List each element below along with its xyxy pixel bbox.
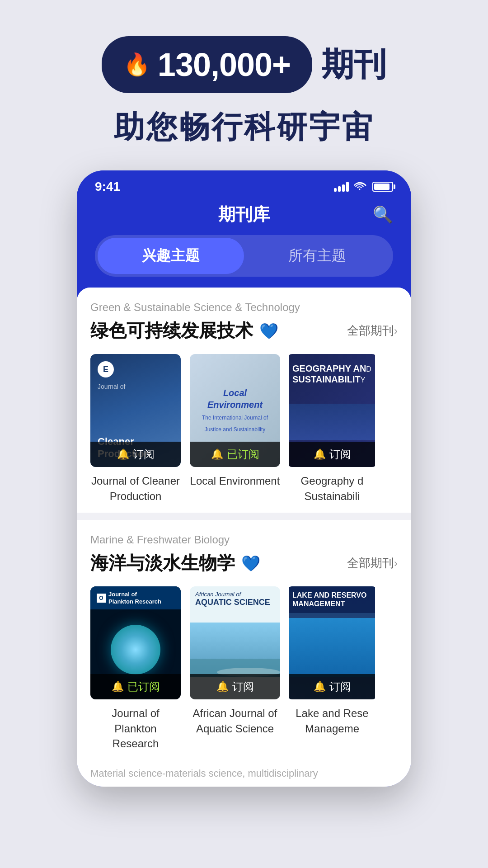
- bell-icon: 🔔: [211, 448, 223, 460]
- app-header: 期刊库 🔍: [77, 198, 411, 235]
- view-all-marine[interactable]: 全部期刊 ›: [347, 555, 398, 571]
- signal-icon: [334, 182, 349, 192]
- green-journals-row: E Journal of CleanerProduction 🔔 订阅 Jour…: [90, 354, 398, 504]
- journal-count: 130,000+: [158, 46, 291, 83]
- journal-item: GEOGRAPHY AND SUSTAINABILITY 🔔 订阅 Geogra…: [289, 354, 375, 504]
- journal-cover-plankton: O Journal ofPlankton Research 🔔 已订阅: [90, 586, 181, 699]
- status-icons: [334, 182, 393, 192]
- journal-name: Journal of Cleaner Production: [90, 473, 181, 504]
- bottom-hint: Material science-materials science, mult…: [77, 760, 411, 787]
- bell-icon: 🔔: [112, 681, 124, 693]
- clock: 9:41: [95, 179, 120, 194]
- journal-cover-aquatic: African Journal of AQUATIC SCIENCE 🔔: [190, 586, 280, 699]
- subscribe-button[interactable]: 🔔 订阅: [90, 442, 181, 467]
- tab-container: 兴趣主题 所有主题: [95, 235, 393, 277]
- search-button[interactable]: 🔍: [373, 205, 393, 224]
- bell-icon: 🔔: [314, 448, 326, 460]
- bell-icon: 🔔: [117, 448, 129, 460]
- view-all-green[interactable]: 全部期刊 ›: [347, 323, 398, 339]
- journal-count-badge: 🔥 130,000+: [102, 36, 312, 93]
- journal-item: Local Environment The International Jour…: [190, 354, 280, 504]
- journal-name: Geography dSustainabili: [301, 473, 364, 504]
- journal-cover-lake: LAKE AND RESERVOMANAGEMENT 🔔 订阅: [289, 586, 375, 699]
- hero-badge-row: 🔥 130,000+ 期刊: [102, 36, 386, 93]
- wifi-icon: [354, 182, 367, 192]
- journal-name: Journal of Plankton Research: [90, 706, 181, 751]
- journal-item: O Journal ofPlankton Research 🔔 已订阅 Jour…: [90, 586, 181, 751]
- journal-name: Lake and ReseManageme: [296, 706, 368, 736]
- heart-icon: 💙: [259, 322, 278, 340]
- cover-title: Local Environment The International Jour…: [197, 387, 273, 434]
- app-title: 期刊库: [218, 203, 270, 226]
- journal-name: Local Environment: [190, 473, 280, 489]
- section-green: Green & Sustainable Science & Technology…: [77, 288, 411, 513]
- lake-scene: [289, 618, 375, 677]
- fire-icon: 🔥: [123, 52, 150, 77]
- cover-title-text: Journal ofPlankton Research: [108, 591, 161, 605]
- chevron-right-icon: ›: [394, 325, 398, 337]
- section-marine-header: 海洋与淡水生物学 💙 全部期刊 ›: [90, 551, 398, 576]
- tab-all[interactable]: 所有主题: [244, 238, 390, 274]
- journal-cover-cleaner: E Journal of CleanerProduction 🔔 订阅: [90, 354, 181, 467]
- lake-header: LAKE AND RESERVOMANAGEMENT: [289, 586, 375, 613]
- heart-icon: 💙: [241, 554, 260, 572]
- section-green-title: 绿色可持续发展技术 💙: [90, 318, 278, 343]
- hero-subtitle: 助您畅行科研宇宙: [114, 107, 374, 148]
- status-bar: 9:41: [77, 170, 411, 198]
- section-marine-tag: Marine & Freshwater Biology: [90, 533, 398, 546]
- section-marine-title: 海洋与淡水生物学 💙: [90, 551, 260, 576]
- journal-cover-local: Local Environment The International Jour…: [190, 354, 280, 467]
- journal-name: African Journal of Aquatic Science: [190, 706, 280, 736]
- section-marine: Marine & Freshwater Biology 海洋与淡水生物学 💙 全…: [77, 520, 411, 760]
- tab-bar: 兴趣主题 所有主题: [77, 235, 411, 288]
- content-area: Green & Sustainable Science & Technology…: [77, 288, 411, 787]
- oxford-logo: O: [97, 594, 106, 603]
- subscribe-button[interactable]: 🔔 订阅: [289, 674, 375, 699]
- journal-item: African Journal of AQUATIC SCIENCE 🔔: [190, 586, 280, 751]
- journal-item: LAKE AND RESERVOMANAGEMENT 🔔 订阅 Lake and…: [289, 586, 375, 751]
- bell-icon: 🔔: [216, 681, 229, 693]
- elsevier-logo: E: [98, 361, 114, 377]
- phone-mockup: 9:41 期刊库 🔍 兴趣主题 所有主题 Green & Sustainable…: [77, 170, 411, 787]
- tab-interest[interactable]: 兴趣主题: [98, 238, 244, 274]
- marine-journals-row: O Journal ofPlankton Research 🔔 已订阅 Jour…: [90, 586, 398, 751]
- subscribe-button[interactable]: 🔔 已订阅: [90, 674, 181, 699]
- battery-icon: [372, 182, 393, 192]
- aquatic-header: African Journal of AQUATIC SCIENCE: [190, 586, 280, 609]
- plankton-header: O Journal ofPlankton Research: [90, 586, 181, 609]
- plankton-orb: [111, 625, 160, 675]
- journal-unit: 期刊: [321, 43, 386, 86]
- section-green-header: 绿色可持续发展技术 💙 全部期刊 ›: [90, 318, 398, 343]
- cover-title: GEOGRAPHY AND SUSTAINABILITY: [292, 363, 372, 385]
- subscribe-button[interactable]: 🔔 订阅: [190, 674, 280, 699]
- hero-section: 🔥 130,000+ 期刊 助您畅行科研宇宙: [0, 0, 488, 170]
- subscribe-button[interactable]: 🔔 已订阅: [190, 442, 280, 467]
- section-green-tag: Green & Sustainable Science & Technology: [90, 301, 398, 314]
- bell-icon: 🔔: [314, 681, 326, 693]
- journal-cover-geography: GEOGRAPHY AND SUSTAINABILITY 🔔 订阅: [289, 354, 375, 467]
- subscribe-button[interactable]: 🔔 订阅: [289, 442, 375, 467]
- journal-item: E Journal of CleanerProduction 🔔 订阅 Jour…: [90, 354, 181, 504]
- section-gap: [77, 513, 411, 520]
- chevron-right-icon: ›: [394, 557, 398, 570]
